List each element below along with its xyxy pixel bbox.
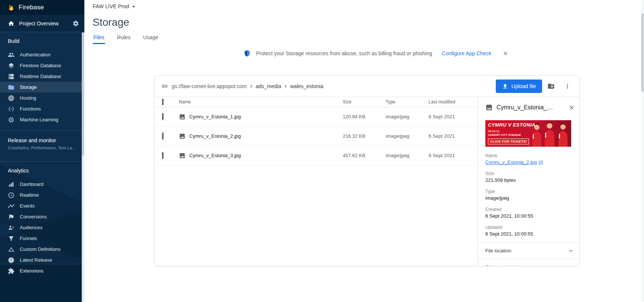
- tab-usage[interactable]: Usage: [142, 34, 159, 44]
- sidebar-item-realtime[interactable]: Realtime: [0, 190, 84, 200]
- sidebar-item-audiences[interactable]: Audiences: [0, 222, 84, 233]
- upload-file-button-label: Upload file: [511, 83, 536, 89]
- chevron-right-icon: [248, 83, 254, 89]
- sidebar-item-funnels[interactable]: Funnels: [0, 233, 84, 244]
- sidebar-item-label: Functions: [20, 106, 41, 112]
- field-label: Name: [485, 153, 572, 159]
- sidebar-scrollbar[interactable]: [82, 32, 84, 302]
- sidebar-item-functions[interactable]: Functions: [0, 103, 84, 114]
- other-metadata-expander[interactable]: Other metadata: [478, 259, 579, 266]
- project-selector[interactable]: FAW LIVE Prod: [93, 0, 135, 13]
- sidebar-item-label: Realtime Database: [20, 74, 61, 79]
- table-header-row: Name Size Type Last modified: [155, 97, 477, 107]
- file-location-expander[interactable]: File location: [478, 242, 579, 259]
- app-check-shield-icon: [243, 49, 251, 57]
- file-size: 457.62 KB: [343, 153, 386, 158]
- file-modified: 6 Sept 2021: [429, 133, 477, 139]
- file-name-link-text: Cymru_v_Estonia_2.jpg: [485, 159, 537, 166]
- sidebar-item-label: Storage: [20, 84, 37, 90]
- sidebar-item-hosting[interactable]: Hosting: [0, 93, 84, 103]
- table-row[interactable]: Cymru_v_Estonia_2.jpg 216.32 KB image/jp…: [155, 127, 477, 146]
- tab-files[interactable]: Files: [93, 34, 105, 44]
- field-value: 221,508 bytes: [485, 177, 572, 184]
- configure-app-check-link[interactable]: Configure App Check: [442, 50, 491, 56]
- upload-file-button[interactable]: Upload file: [496, 80, 542, 93]
- sidebar-item-storage[interactable]: Storage: [0, 82, 84, 93]
- file-type: image/jpeg: [386, 153, 429, 158]
- page-scrollbar-thumb[interactable]: [641, 13, 644, 92]
- field-created: Created 6 Sept 2021, 10:00:55: [485, 206, 572, 220]
- breadcrumb-segment[interactable]: wales_estonia: [290, 83, 323, 89]
- database-icon: [8, 73, 15, 80]
- release-icon: [8, 257, 15, 264]
- sidebar-item-label: Hosting: [20, 95, 36, 101]
- chevron-down-icon: [567, 264, 574, 267]
- sidebar-item-extensions[interactable]: Extensions: [0, 265, 84, 276]
- people-icon: [8, 52, 15, 58]
- image-file-icon: [179, 113, 186, 120]
- sidebar-extensions-band: Extensions: [0, 264, 84, 302]
- puzzle-icon: [8, 268, 15, 274]
- sidebar-item-label: Custom Definitions: [20, 246, 60, 252]
- tab-rules[interactable]: Rules: [116, 34, 131, 44]
- sidebar-item-authentication[interactable]: Authentication: [0, 49, 84, 60]
- field-value: 6 Sept 2021, 10:00:55: [485, 231, 572, 237]
- page-scrollbar[interactable]: [641, 0, 644, 302]
- table-row[interactable]: Cymru_v_Estonia_3.jpg 457.62 KB image/jp…: [155, 146, 477, 165]
- release-monitor-subtitle: Crashlytics, Performance, Test La...: [8, 145, 77, 156]
- file-preview-image[interactable]: CYMRU V ESTONIA 08.09.21 CARDIFF CITY ST…: [485, 120, 571, 147]
- sidebar-item-dashboard[interactable]: Dashboard: [0, 179, 84, 190]
- file-size: 216.32 KB: [343, 133, 386, 139]
- sidebar-item-label: Firestore Database: [20, 63, 61, 68]
- bar-chart-icon: [8, 181, 15, 188]
- timeline-icon: [8, 203, 15, 209]
- breadcrumb-segment[interactable]: ads_media: [256, 83, 281, 89]
- sidebar-item-label: Funnels: [20, 236, 37, 241]
- sidebar-scrollbar-thumb[interactable]: [82, 32, 84, 156]
- sidebar-item-realtime-database[interactable]: Realtime Database: [0, 71, 84, 82]
- sidebar-item-label: Authentication: [20, 52, 50, 57]
- file-details-panel: Cymru_v_Estonia_2.jpg CYMRU V ESTONIA 08…: [477, 97, 579, 266]
- details-close-icon[interactable]: [568, 104, 575, 111]
- sidebar-item-label: Realtime: [20, 192, 39, 198]
- sidebar-item-machine-learning[interactable]: Machine Learning: [0, 114, 84, 125]
- file-type: image/jpeg: [386, 114, 429, 119]
- field-value: 6 Sept 2021, 10:00:55: [485, 213, 572, 220]
- field-label: Created: [485, 206, 572, 212]
- field-type: Type image/jpeg: [485, 189, 572, 202]
- firestore-layers-icon: [8, 62, 15, 69]
- row-checkbox[interactable]: [162, 133, 164, 140]
- flag-icon: [8, 214, 15, 220]
- sidebar-item-conversions[interactable]: Conversions: [0, 211, 84, 222]
- row-checkbox[interactable]: [162, 152, 164, 159]
- sidebar-item-label: Machine Learning: [20, 117, 58, 122]
- file-name-link[interactable]: Cymru_v_Estonia_2.jpg: [485, 159, 543, 166]
- field-label: Updated: [485, 224, 572, 230]
- details-fields: Name Cymru_v_Estonia_2.jpg Size 221,508 …: [478, 153, 579, 242]
- gear-icon[interactable]: [72, 20, 79, 27]
- section-title-build: Build: [0, 32, 84, 49]
- sidebar-item-custom-definitions[interactable]: Custom Definitions: [0, 244, 84, 255]
- select-all-checkbox[interactable]: [162, 99, 164, 105]
- table-row[interactable]: Cymru_v_Estonia_1.jpg 120.94 KB image/jp…: [155, 107, 477, 127]
- chevron-down-icon: [132, 6, 135, 8]
- section-title-analytics: Analytics: [0, 162, 84, 179]
- breadcrumb-root[interactable]: gs://faw-comet-live.appspot.com: [172, 83, 247, 89]
- home-icon: [8, 20, 15, 27]
- preview-date-text: 08.09.21: [488, 130, 500, 133]
- sidebar-item-label: Dashboard: [20, 181, 44, 187]
- storage-browser-card: gs://faw-comet-live.appspot.com ads_medi…: [154, 75, 580, 266]
- audience-icon: [8, 224, 15, 231]
- file-table: Name Size Type Last modified Cymru_v_Est…: [155, 97, 477, 266]
- field-label: Size: [485, 171, 572, 177]
- sidebar-item-project-overview[interactable]: Project Overview: [0, 15, 84, 32]
- sidebar-item-firestore-database[interactable]: Firestore Database: [0, 60, 84, 71]
- sidebar-item-release-and-monitor[interactable]: Release and monitor Crashlytics, Perform…: [0, 131, 84, 156]
- row-checkbox[interactable]: [162, 113, 164, 120]
- create-folder-button[interactable]: [544, 79, 559, 94]
- tab-bar: Files Rules Usage: [93, 33, 644, 44]
- more-options-button[interactable]: [560, 79, 575, 94]
- sidebar-item-events[interactable]: Events: [0, 200, 84, 211]
- sidebar-item-label: Events: [20, 203, 35, 209]
- banner-close-icon[interactable]: [503, 50, 508, 56]
